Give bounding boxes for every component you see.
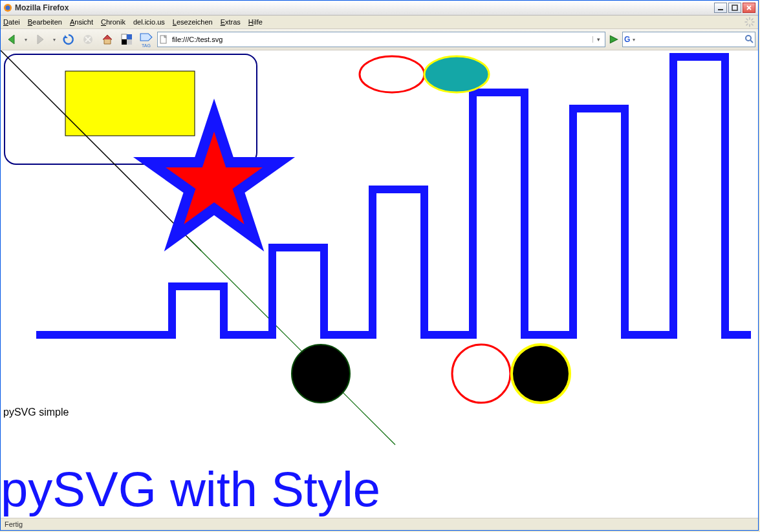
activity-throbber-icon xyxy=(744,16,755,28)
back-button[interactable] xyxy=(3,31,20,48)
delicious-icon xyxy=(120,33,133,46)
forward-arrow-icon xyxy=(34,33,47,46)
tag-icon xyxy=(140,31,153,43)
url-dropdown[interactable]: ▾ xyxy=(592,36,603,43)
statusbar: Fertig xyxy=(1,518,758,530)
svg-line-9 xyxy=(752,24,753,25)
menu-delicious[interactable]: del.icio.us xyxy=(133,18,165,26)
menu-history[interactable]: Chronik xyxy=(101,18,125,26)
tag-button[interactable]: TAG xyxy=(138,31,155,48)
reload-icon xyxy=(62,33,75,46)
svg-rect-14 xyxy=(127,34,132,39)
menu-extras[interactable]: Extras xyxy=(221,18,241,26)
google-icon: G xyxy=(624,35,630,44)
firefox-icon xyxy=(3,3,12,12)
svg-rect-3 xyxy=(732,5,737,10)
back-dropdown[interactable]: ▾ xyxy=(23,37,29,43)
navigation-toolbar: ▾ ▾ TAG ▾ G xyxy=(1,29,758,50)
menu-help[interactable]: Hilfe xyxy=(248,18,263,26)
circle-black-green-outline xyxy=(292,345,350,403)
minimize-button[interactable] xyxy=(714,3,727,13)
svg-document: pySVG simple pySVG with Style xyxy=(1,50,751,518)
svg-line-8 xyxy=(746,19,748,20)
back-arrow-icon xyxy=(5,33,18,46)
tag-label: TAG xyxy=(142,43,151,48)
ellipse-teal xyxy=(424,56,489,92)
menubar: Datei Bearbeiten Ansicht Chronik del.ici… xyxy=(1,16,758,29)
maximize-icon xyxy=(732,5,738,11)
svg-line-11 xyxy=(746,24,748,25)
delicious-button[interactable] xyxy=(118,31,135,48)
home-button[interactable] xyxy=(99,31,116,48)
svg-point-1 xyxy=(6,6,10,10)
content-area: pySVG simple pySVG with Style xyxy=(1,50,758,518)
green-diagonal-line xyxy=(188,238,395,445)
close-button[interactable] xyxy=(743,3,755,13)
ellipse-red-outline xyxy=(360,56,424,92)
url-input[interactable] xyxy=(171,33,590,46)
titlebar: Mozilla Firefox xyxy=(1,1,758,16)
svg-rect-16 xyxy=(127,39,132,45)
window-title: Mozilla Firefox xyxy=(15,3,711,12)
svg-line-10 xyxy=(752,19,753,20)
search-go-icon[interactable] xyxy=(744,34,754,45)
circle-red-outline xyxy=(452,345,510,403)
circle-black-yellow-outline xyxy=(512,345,570,403)
svg-rect-15 xyxy=(122,39,127,45)
status-text: Fertig xyxy=(5,520,23,528)
page-icon xyxy=(159,35,168,44)
home-icon xyxy=(101,33,114,46)
menu-file[interactable]: Datei xyxy=(3,18,20,26)
maximize-button[interactable] xyxy=(728,3,741,13)
menu-bookmarks[interactable]: Lesezeichen xyxy=(173,18,213,26)
stop-icon xyxy=(81,33,94,46)
yellow-rect xyxy=(65,71,195,136)
text-simple: pySVG simple xyxy=(3,407,69,418)
go-arrow-icon xyxy=(608,34,620,45)
browser-window: Mozilla Firefox Datei Bearbeiten Ansicht… xyxy=(0,0,759,531)
menu-view[interactable]: Ansicht xyxy=(70,18,93,26)
svg-rect-2 xyxy=(718,9,723,10)
svg-line-19 xyxy=(750,40,753,43)
text-styled: pySVG with Style xyxy=(1,462,380,516)
stop-button[interactable] xyxy=(80,31,96,48)
search-input[interactable] xyxy=(638,33,742,46)
forward-dropdown[interactable]: ▾ xyxy=(51,37,58,43)
svg-rect-13 xyxy=(122,34,127,39)
search-box[interactable]: G ▾ xyxy=(622,32,755,47)
close-icon xyxy=(746,5,752,11)
search-provider-dropdown[interactable]: ▾ xyxy=(633,37,635,43)
go-button[interactable] xyxy=(608,34,620,45)
reload-button[interactable] xyxy=(60,31,77,48)
window-controls xyxy=(714,3,755,13)
menu-edit[interactable]: Bearbeiten xyxy=(28,18,62,26)
svg-point-18 xyxy=(746,36,751,41)
forward-button[interactable] xyxy=(32,31,49,48)
minimize-icon xyxy=(717,5,724,11)
url-bar[interactable]: ▾ xyxy=(157,32,605,47)
